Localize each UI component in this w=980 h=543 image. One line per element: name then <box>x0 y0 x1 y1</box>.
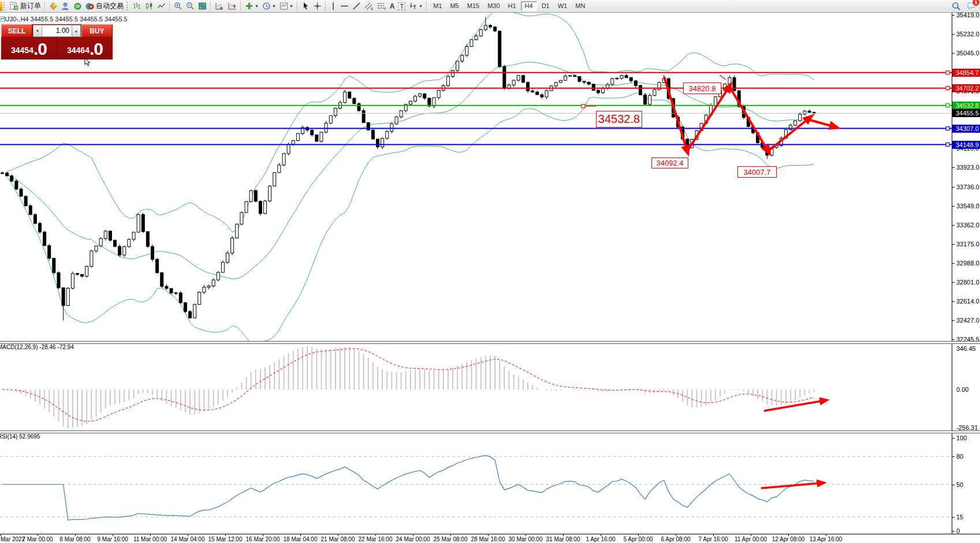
axis-tick-mark <box>952 263 955 264</box>
label-tool-button[interactable]: T <box>396 1 407 12</box>
candle-body <box>249 190 252 201</box>
clock-icon <box>262 2 271 10</box>
candle-body <box>212 280 215 286</box>
volume-control: ▼ 1.00 ▲ <box>32 24 81 38</box>
svg-text:E: E <box>371 7 373 10</box>
candle-body <box>371 130 374 139</box>
pane-separator[interactable] <box>0 430 980 433</box>
annotation-anchor[interactable] <box>582 104 585 108</box>
candle-body <box>269 186 271 201</box>
trend-zigzag-arrow[interactable] <box>687 87 729 151</box>
trend-zigzag-arrow[interactable] <box>729 87 768 151</box>
rsi-scale-label: 50 <box>956 481 963 488</box>
axis-price-label: 34702.2 <box>952 84 980 92</box>
hline-tool-button[interactable] <box>338 1 351 12</box>
timeframe-button-m15[interactable]: M15 <box>464 1 483 11</box>
templates-button[interactable]: ▼ <box>278 1 295 12</box>
sell-button[interactable]: SELL <box>1 24 32 38</box>
crosshair-tool-button[interactable] <box>311 1 323 12</box>
line-handle[interactable] <box>946 71 949 74</box>
candle-body <box>292 140 295 144</box>
volume-decrease-button[interactable]: ▼ <box>33 25 42 37</box>
price-annotation-label[interactable]: 34092.4 <box>651 158 688 168</box>
chart-shift-button[interactable] <box>226 1 239 12</box>
search-button[interactable] <box>950 1 963 12</box>
trendline-tool-button[interactable] <box>351 1 363 12</box>
toolbar-grip <box>3 2 6 10</box>
axis-tick-label: 33175.0 <box>956 241 979 248</box>
tile-windows-button[interactable] <box>196 1 208 12</box>
price-axis[interactable]: 35419.035232.035045.034858.034671.034484… <box>952 13 980 534</box>
line-handle[interactable] <box>946 127 949 130</box>
main-price-chart[interactable] <box>0 13 952 341</box>
timeframe-button-h4[interactable]: H4 <box>521 1 537 11</box>
volume-increase-button[interactable]: ▲ <box>72 25 81 37</box>
candle-body <box>386 132 389 138</box>
forecast-arrow[interactable] <box>808 119 835 127</box>
price-annotation-label[interactable]: 34007.7 <box>737 166 777 178</box>
candle-body <box>259 201 262 214</box>
indicators-button[interactable]: ▼ <box>243 1 260 12</box>
timeframe-button-h1[interactable]: H1 <box>505 1 520 11</box>
candle-body <box>278 165 281 173</box>
zoom-in-button[interactable] <box>172 1 184 12</box>
candle-chart-mode-button[interactable] <box>143 1 155 12</box>
timeframe-button-m5[interactable]: M5 <box>446 1 462 11</box>
channel-tool-button[interactable]: E <box>363 1 375 12</box>
notifications-button[interactable]: 1 <box>965 1 978 12</box>
rsi-pane[interactable] <box>0 432 952 533</box>
candle-body <box>161 273 163 287</box>
line-chart-mode-button[interactable] <box>155 1 167 12</box>
zoom-out-button[interactable] <box>184 1 196 12</box>
signals-button[interactable] <box>72 1 84 12</box>
price-annotation-label[interactable]: 34820.8 <box>683 83 721 94</box>
volume-input[interactable]: 1.00 <box>42 25 72 37</box>
new-order-button[interactable]: 新订单 <box>8 1 43 12</box>
auto-trading-button[interactable]: 自动交易 <box>84 1 125 12</box>
pane-separator[interactable] <box>0 341 980 344</box>
candle-body <box>254 190 257 201</box>
equidistant-channel-icon: E <box>364 2 374 10</box>
line-handle[interactable] <box>946 143 949 147</box>
candle-body <box>287 144 290 153</box>
timeframe-button-d1[interactable]: D1 <box>538 1 553 11</box>
buy-price-dot: . <box>90 40 94 58</box>
toolbar-right: 1 <box>950 1 980 12</box>
cursor-tool-button[interactable] <box>300 1 311 12</box>
text-tool-button[interactable]: A <box>388 1 397 12</box>
candle-body <box>90 251 93 267</box>
vline-tool-button[interactable] <box>328 1 338 12</box>
timeframe-button-m1[interactable]: M1 <box>430 1 445 11</box>
time-axis[interactable]: Mar 20227 Mar 00:008 Mar 08:009 Mar 16:0… <box>0 534 980 543</box>
candle-body <box>390 124 393 132</box>
candlestick-icon <box>145 2 154 10</box>
timeframe-button-mn[interactable]: MN <box>572 1 588 11</box>
rsi-forecast-arrow[interactable] <box>761 483 822 488</box>
periods-button[interactable]: ▼ <box>260 1 278 12</box>
candle-body <box>6 173 9 176</box>
trend-zigzag-arrow[interactable] <box>768 118 810 151</box>
line-handle[interactable] <box>946 87 949 90</box>
market-watch-button[interactable] <box>47 1 59 12</box>
bar-chart-mode-button[interactable] <box>131 1 143 12</box>
candle-body <box>165 286 168 289</box>
timeframe-button-w1[interactable]: W1 <box>554 1 571 11</box>
candle-body <box>724 84 726 91</box>
candle-body <box>128 239 131 247</box>
auto-scroll-button[interactable] <box>213 1 226 12</box>
fibonacci-tool-button[interactable]: F <box>375 1 388 12</box>
timeframe-button-m30[interactable]: M30 <box>484 1 503 11</box>
new-order-label: 新订单 <box>20 1 41 11</box>
notification-badge: 1 <box>972 0 980 6</box>
time-axis-label: 18 Mar 04:00 <box>284 536 318 542</box>
candle-body <box>311 130 314 134</box>
macd-pane[interactable] <box>0 343 952 430</box>
candle-body <box>104 231 107 238</box>
accounts-button[interactable] <box>59 1 72 12</box>
candle-body <box>583 81 586 82</box>
arrows-tool-button[interactable]: ▼ <box>407 1 424 12</box>
candle-body <box>620 76 623 78</box>
line-handle[interactable] <box>946 104 949 107</box>
buy-button[interactable]: BUY <box>81 24 113 38</box>
price-annotation-label[interactable]: 34532.8 <box>596 111 642 128</box>
